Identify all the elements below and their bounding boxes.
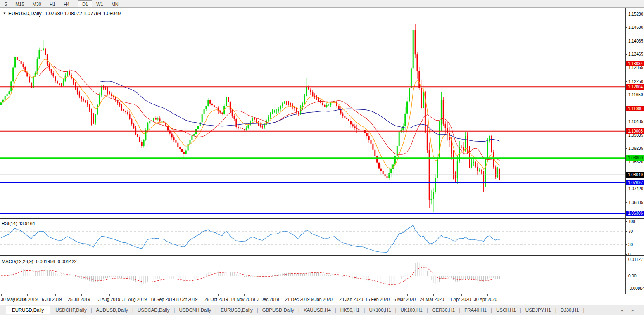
date-label: 14 Nov 2019	[231, 297, 255, 302]
date-label: 9 Jan 2020	[311, 297, 333, 302]
ohlc-values: 1.07980 1.08072 1.07794 1.08049	[45, 11, 121, 17]
rsi-tick: 0	[628, 252, 631, 257]
date-label: 8 Oct 2019	[176, 297, 197, 302]
date-label: 6 Jul 2019	[42, 297, 62, 302]
price-tick: 1.11650	[628, 92, 643, 97]
tab-scroll-arrows[interactable]: ◂ ▸	[621, 308, 637, 313]
chart-tab-xauusd-h4[interactable]: XAUUSD,H4	[300, 306, 335, 314]
pane-separator-rsi-macd[interactable]	[0, 255, 644, 256]
chart-title: ▼EURUSD,Daily1.07980 1.08072 1.07794 1.0…	[3, 11, 121, 17]
date-label: 21 Dec 2019	[285, 297, 310, 302]
macd-layer	[1, 262, 500, 286]
chart-tab-fra40-h1[interactable]: FRA40,H1	[461, 306, 490, 314]
rsi-tick: 100	[628, 219, 635, 224]
timeframe-toolbar: 5M15M30H1H4D1W1MN	[0, 0, 644, 8]
macd-tick: -0.00884	[628, 286, 644, 291]
toolbar-separator	[76, 1, 76, 7]
timeframe-button-h1[interactable]: H1	[45, 0, 59, 7]
price-badge: 1.08049	[626, 172, 644, 178]
price-tick: 1.07420	[628, 186, 643, 192]
date-label: 28 Jan 2020	[339, 297, 363, 302]
date-label: 5 Mar 2020	[394, 297, 416, 302]
date-label: 19 Sep 2019	[150, 297, 175, 302]
price-badge: 1.10008	[626, 128, 644, 134]
price-tick: 1.12250	[628, 79, 643, 84]
toolbar-separator	[125, 1, 125, 7]
chart-tab-eurusd-daily[interactable]: EURUSD,Daily	[217, 306, 256, 314]
rsi-indicator-label: RSI(14) 43.9164	[2, 221, 35, 226]
rsi-tick: 70	[628, 229, 633, 234]
date-label: 30 Apr 2020	[474, 297, 497, 302]
timeframe-button-h4[interactable]: H4	[59, 0, 74, 7]
date-label: 24 Mar 2020	[420, 297, 444, 302]
timeframe-button-5[interactable]: 5	[0, 0, 11, 7]
date-label: 13 Aug 2019	[96, 297, 120, 302]
date-label: 18 Jun 2019	[14, 297, 38, 302]
price-axis[interactable]: 1.152801.146801.140651.134651.128651.122…	[625, 8, 644, 294]
price-chart[interactable]	[0, 0, 625, 294]
date-label: 15 Feb 2020	[365, 297, 390, 302]
macd-indicator-label: MACD(12,26,9) -0.001956 -0.001422	[2, 259, 77, 264]
chart-dropdown-icon[interactable]: ▼	[3, 12, 6, 15]
price-badge: 1.11009	[626, 106, 644, 111]
symbol-period-label: EURUSD,Daily	[8, 11, 42, 17]
date-label: 31 Aug 2019	[122, 297, 147, 302]
candles-layer	[0, 21, 500, 212]
date-axis[interactable]: 30 May 201918 Jun 20196 Jul 201925 Jul 2…	[0, 294, 644, 305]
rsi-layer	[1, 225, 500, 252]
chart-tab-usdjpy-h1[interactable]: USDJPY,H1	[522, 306, 555, 314]
mt4-window: 5M15M30H1H4D1W1MN ▼EURUSD,Daily1.07980 1…	[0, 0, 644, 315]
price-tick: 1.15280	[628, 12, 643, 17]
price-tick: 1.06805	[628, 200, 643, 205]
chart-tabbar: EURUSD,DailyUSDCHF,Daily|AUDUSD,Daily|US…	[0, 305, 644, 315]
chart-top-border	[0, 9, 644, 9]
rsi-tick: 30	[628, 242, 633, 247]
chart-tab-usdcad-daily[interactable]: USDCAD,Daily	[134, 306, 173, 314]
rsi-line	[1, 225, 500, 252]
price-tick: 1.14065	[628, 38, 643, 44]
price-badge: 1.12004	[626, 84, 644, 90]
timeframe-button-w1[interactable]: W1	[92, 0, 107, 7]
chart-tab-gbpusd-daily[interactable]: GBPUSD,Daily	[259, 306, 298, 314]
chart-tab-hk50-h1[interactable]: HK50,H1	[337, 306, 364, 314]
price-tick: 1.10435	[628, 119, 643, 124]
mid-ma-line	[39, 66, 500, 161]
date-label: 26 Oct 2019	[204, 297, 228, 302]
chart-tab-usoil-h1[interactable]: USOil,H1	[492, 306, 520, 314]
date-label: 3 Dec 2019	[257, 297, 279, 302]
timeframe-button-mn[interactable]: MN	[107, 0, 123, 7]
timeframe-button-m15[interactable]: M15	[11, 0, 28, 7]
macd-tick: 0.00	[628, 273, 636, 279]
pane-separator-main-rsi[interactable]	[0, 218, 644, 219]
price-tick: 1.14680	[628, 25, 643, 30]
price-badge: 1.13034	[626, 61, 644, 66]
price-badge: 1.08800	[626, 155, 644, 161]
macd-tick: 0.011277	[628, 257, 644, 262]
price-badge: 1.06306	[626, 211, 644, 216]
chart-tab-ger30-h1[interactable]: GER30,H1	[428, 306, 459, 314]
price-tick: 1.09235	[628, 146, 643, 151]
price-tick: 1.13465	[628, 52, 643, 57]
chart-tab-uk100-h1[interactable]: UK100,H1	[366, 306, 395, 314]
chart-tab-uk100-h1[interactable]: UK100,H1	[397, 306, 426, 314]
chart-tab-eurusd-daily[interactable]: EURUSD,Daily	[6, 306, 50, 314]
timeframe-button-d1[interactable]: D1	[78, 0, 92, 7]
chart-tab-usdcnh-daily[interactable]: USDCNH,Daily	[175, 306, 215, 314]
date-label: 11 Apr 2020	[448, 297, 471, 302]
timeframe-button-m30[interactable]: M30	[29, 0, 45, 7]
chart-tab-dj30-h1[interactable]: DJ30,H1	[557, 306, 583, 314]
tab-divider: |	[582, 308, 585, 313]
chart-tab-audusd-daily[interactable]: AUDUSD,Daily	[93, 306, 132, 314]
price-badge: 1.07697	[626, 180, 644, 185]
hlines-layer	[0, 64, 625, 213]
date-label: 25 Jul 2019	[68, 297, 90, 302]
chart-tab-usdchf-daily[interactable]: USDCHF,Daily	[52, 306, 90, 314]
